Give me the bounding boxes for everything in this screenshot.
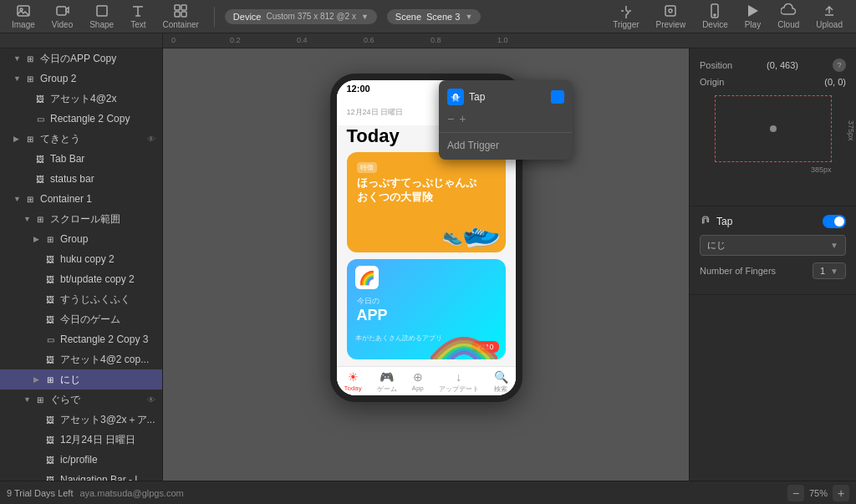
container-tool[interactable]: Container	[157, 2, 203, 31]
sidebar-item-asset4[interactable]: 🖼 アセット4@2x	[0, 89, 162, 109]
shape-tool[interactable]: Shape	[84, 2, 119, 31]
fingers-select[interactable]: 1 ▼	[813, 262, 846, 279]
position-row: Position (0, 463) ?	[700, 59, 846, 72]
svg-rect-5	[181, 5, 186, 10]
svg-rect-2	[57, 7, 66, 15]
rect-icon: ▭	[43, 333, 57, 346]
right-toolbar: Trigger Preview Device Play Cloud Upload	[606, 2, 849, 31]
zoom-in-button[interactable]: +	[833, 485, 849, 501]
preview-button[interactable]: Preview	[650, 2, 693, 31]
text-tool[interactable]: Text	[125, 2, 150, 31]
sidebar-item-tabbar[interactable]: 🖼 Tab Bar	[0, 149, 162, 169]
svg-rect-8	[665, 6, 675, 16]
tab-today: ☀ Today	[344, 370, 361, 394]
cloud-button[interactable]: Cloud	[771, 2, 806, 31]
sidebar-item-group-inner[interactable]: ▶ ⊞ Group	[0, 229, 162, 249]
sidebar-item-btupdate[interactable]: 🖼 bt/update copy 2	[0, 269, 162, 289]
tap-header: Tap	[700, 215, 846, 228]
group-icon: ⊞	[23, 72, 37, 85]
card1: 特徴 ほっぷすてっぷじゃんぷ おくつの大冒険 👟 👟	[347, 152, 506, 252]
ruler-left	[0, 33, 163, 48]
sidebar-item-asset3[interactable]: 🖼 アセット3@2x＋ア...	[0, 410, 162, 430]
position-section: Position (0, 463) ? Origin (0, 0) 385px …	[690, 48, 856, 206]
image-icon: 🖼	[43, 413, 57, 426]
help-icon[interactable]: ?	[833, 59, 846, 72]
sidebar-item-kyono[interactable]: 🖼 今日のゲーム	[0, 309, 162, 329]
image-icon: 🖼	[43, 252, 57, 266]
image-icon: 🖼	[43, 453, 57, 466]
image-icon: 🖼	[33, 92, 47, 105]
group-icon: ⊞	[23, 192, 37, 206]
device-button[interactable]: Device	[696, 2, 735, 31]
image-tool[interactable]: Image	[7, 2, 40, 31]
trigger-button[interactable]: Trigger	[606, 2, 645, 31]
trigger-popup: Tap − + Add Trigger	[439, 80, 573, 160]
tap-toggle[interactable]	[823, 215, 846, 228]
svg-point-11	[714, 14, 716, 16]
tab-search: 🔍 検索	[494, 370, 508, 394]
divider	[439, 132, 573, 133]
arrow-icon: ▶	[13, 135, 22, 143]
svg-marker-12	[748, 5, 758, 17]
ruler-row: 0 0.2 0.4 0.6 0.8 1.0	[0, 33, 856, 48]
sidebar-item-statusbar[interactable]: 🖼 status bar	[0, 169, 162, 189]
sidebar-item-tekito[interactable]: ▶ ⊞ てきとう 👁	[0, 129, 162, 149]
sidebar-item-asset4copy[interactable]: 🖼 アセット4@2 cop...	[0, 349, 162, 369]
arrow-icon: ▼	[13, 54, 22, 63]
group-icon: ⊞	[23, 52, 37, 65]
sidebar-item-suku[interactable]: 🖼 すうじふくふく	[0, 289, 162, 309]
play-button[interactable]: Play	[738, 2, 767, 31]
sidebar-item-container1[interactable]: ▼ ⊞ Container 1	[0, 189, 162, 209]
trigger-tap-row[interactable]: Tap	[439, 85, 573, 109]
top-toolbar: Image Video Shape Text Container Device …	[0, 0, 856, 33]
tab-app: ⊕ App	[412, 370, 424, 394]
sidebar-item-scroll[interactable]: ▼ ⊞ スクロール範囲	[0, 209, 162, 229]
visibility-icon[interactable]: 👁	[147, 135, 155, 144]
arrow-icon: ▼	[13, 74, 22, 83]
rect-icon: ▭	[33, 112, 47, 125]
sidebar-item-date[interactable]: 🖼 12月24日 日曜日	[0, 430, 162, 450]
sneaker-small: 👟	[441, 224, 466, 247]
video-tool[interactable]: Video	[47, 2, 78, 31]
trigger-plus-row: − +	[439, 109, 573, 129]
image-icon: 🖼	[43, 473, 57, 481]
scene-selector[interactable]: Scene Scene 3 ▼	[387, 9, 482, 24]
minus-icon: −	[447, 112, 454, 125]
upload-button[interactable]: Upload	[809, 2, 849, 31]
arrow-icon: ▼	[13, 195, 22, 203]
svg-point-9	[669, 9, 672, 13]
image-icon: 🖼	[33, 152, 47, 165]
zoom-controls: − 75% +	[787, 485, 849, 501]
sidebar-item-rect2copy[interactable]: ▭ Rectangle 2 Copy	[0, 109, 162, 129]
add-trigger-button[interactable]: Add Trigger	[439, 136, 573, 155]
tap-icon	[447, 89, 464, 105]
device-selector[interactable]: Device Custom 375 x 812 @2 x ▼	[225, 9, 377, 24]
sidebar-item-niji[interactable]: ▶ ⊞ にじ	[0, 369, 162, 389]
arrow-icon: ▶	[33, 235, 42, 243]
arrow-icon: ▼	[23, 215, 32, 223]
canvas-area[interactable]: 12:00 ●●● WiFi 🔋 12月24日 日曜日 Today 特	[163, 48, 689, 481]
zoom-out-button[interactable]: −	[787, 485, 804, 501]
visibility-icon[interactable]: 👁	[147, 395, 155, 405]
svg-rect-7	[181, 12, 186, 17]
image-icon: 🖼	[43, 293, 57, 306]
tap-section: Tap にじ ▼ Number of Fingers 1 ▼	[690, 206, 856, 295]
sidebar-item-navbarlarge[interactable]: 🖼 Navigation Bar - Large	[0, 470, 162, 481]
group-icon: ⊞	[33, 212, 47, 226]
trigger-color-swatch	[551, 90, 564, 104]
group-icon: ⊞	[43, 373, 57, 386]
ruler-main: 0 0.2 0.4 0.6 0.8 1.0	[163, 33, 856, 48]
group-icon: ⊞	[33, 393, 47, 406]
sidebar-item-gurude[interactable]: ▼ ⊞ ぐらで 👁	[0, 389, 162, 410]
niji-select[interactable]: にじ ▼	[700, 235, 846, 256]
image-icon: 🖼	[33, 172, 47, 186]
sidebar-item-group2[interactable]: ▼ ⊞ Group 2	[0, 69, 162, 89]
plus-icon[interactable]: +	[459, 112, 466, 125]
sidebar-item-icprofile[interactable]: 🖼 ic/profile	[0, 450, 162, 470]
group-icon: ⊞	[23, 132, 37, 145]
sidebar-item-huku[interactable]: 🖼 huku copy 2	[0, 249, 162, 269]
image-icon: 🖼	[43, 313, 57, 326]
sidebar-item-rect2copy3[interactable]: ▭ Rectangle 2 Copy 3	[0, 329, 162, 349]
sidebar-item-app-copy[interactable]: ▼ ⊞ 今日のAPP Copy	[0, 48, 162, 69]
fingers-dropdown-arrow: ▼	[830, 267, 838, 276]
